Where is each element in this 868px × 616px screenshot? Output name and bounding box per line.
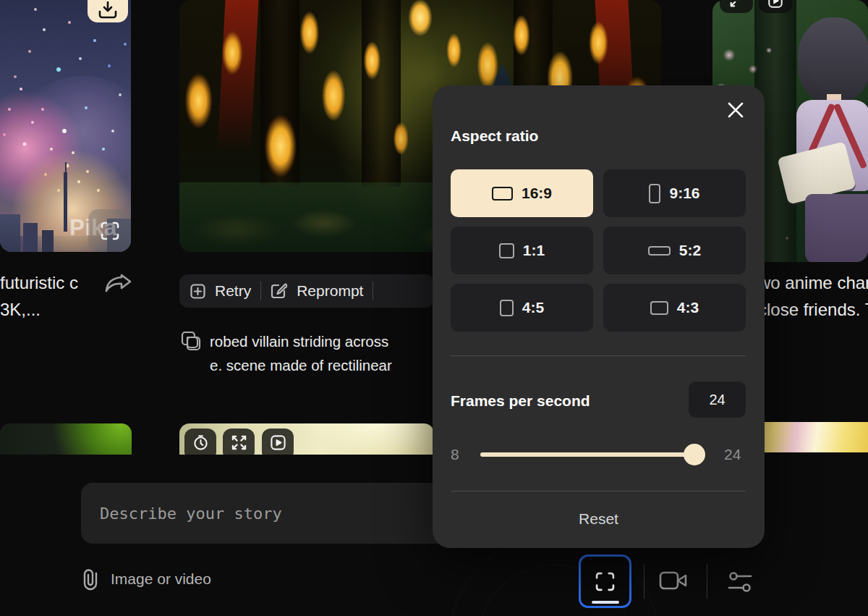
- caption-left-line2: 3K,...: [0, 296, 78, 323]
- caption-right: wo anime char close friends. T: [758, 269, 868, 323]
- aspect-option-label: 4:3: [677, 299, 699, 316]
- aspect-ratio-title: Aspect ratio: [451, 127, 538, 145]
- fps-label: Frames per second: [451, 392, 590, 410]
- fps-value-box[interactable]: 24: [689, 381, 746, 418]
- play-video-button[interactable]: [262, 429, 294, 455]
- share-icon: [104, 271, 133, 297]
- download-icon: [98, 1, 117, 19]
- aspect-option-label: 4:5: [522, 299, 544, 316]
- expand-button[interactable]: [223, 429, 255, 455]
- retry-icon: [190, 284, 205, 299]
- aspect-option-label: 5:2: [679, 242, 701, 259]
- play-square-icon: [270, 434, 286, 451]
- aspect-option-label: 16:9: [522, 185, 552, 202]
- sliders-icon: [726, 568, 754, 596]
- close-icon: [726, 100, 746, 120]
- caption-right-line2: close friends. T: [758, 296, 868, 323]
- expand-arrows-icon: [231, 434, 247, 451]
- slider-max-label: 24: [724, 446, 741, 463]
- video-thumbnail-pastel[interactable]: [752, 422, 868, 452]
- divider: [373, 282, 373, 300]
- divider: [451, 491, 746, 491]
- video-thumbnail-fireworks[interactable]: Pika: [0, 0, 131, 252]
- ratio-9-16-icon: [649, 184, 660, 203]
- active-indicator: [592, 601, 619, 604]
- video-camera-icon: [659, 570, 688, 591]
- fps-slider-thumb[interactable]: [684, 444, 705, 465]
- frame-brackets-icon: [101, 221, 119, 240]
- frame-brackets-button[interactable]: [88, 209, 131, 252]
- frame-brackets-icon: [595, 572, 615, 591]
- expand-diagonal-button[interactable]: [720, 0, 753, 13]
- ratio-5-2-icon: [648, 246, 671, 256]
- character-hair: [798, 17, 868, 103]
- caption-left: futuristic c 3K,...: [0, 269, 78, 323]
- expand-diagonal-icon: [728, 0, 744, 9]
- caption-right-line1: wo anime char: [758, 269, 868, 296]
- aspect-option-1-1[interactable]: 1:1: [451, 227, 593, 274]
- divider: [260, 282, 261, 300]
- aspect-option-9-16[interactable]: 9:16: [603, 169, 746, 217]
- fps-value: 24: [709, 392, 725, 408]
- timer-icon: [192, 434, 209, 451]
- aspect-option-label: 1:1: [523, 242, 545, 259]
- aspect-option-16-9[interactable]: 16:9: [451, 169, 593, 217]
- parameters-button[interactable]: [726, 568, 754, 596]
- aspect-option-4-5[interactable]: 4:5: [451, 284, 593, 332]
- video-actions-bar: Retry Reprompt: [179, 274, 434, 308]
- aspect-option-4-3[interactable]: 4:3: [603, 284, 746, 332]
- caption-left-line1: futuristic c: [0, 269, 78, 296]
- divider: [707, 564, 707, 599]
- ratio-4-3-icon: [650, 301, 668, 315]
- divider: [451, 355, 746, 356]
- aspect-option-5-2[interactable]: 5:2: [603, 227, 746, 274]
- reprompt-icon: [271, 283, 287, 299]
- ratio-16-9-icon: [492, 187, 513, 201]
- app-background: Pika futuristic c 3K,...: [0, 0, 868, 616]
- paperclip-icon: [81, 568, 100, 591]
- reset-button[interactable]: Reset: [433, 510, 765, 528]
- video-thumbnail-leaf[interactable]: [0, 423, 132, 455]
- ratio-1-1-icon: [499, 243, 514, 258]
- history-button[interactable]: [184, 429, 216, 455]
- attach-media-label: Image or video: [111, 570, 211, 588]
- divider: [644, 564, 644, 599]
- attach-media-button[interactable]: Image or video: [81, 568, 211, 591]
- slider-min-label: 8: [451, 446, 459, 463]
- share-button[interactable]: [104, 271, 133, 297]
- video-settings-modal: Aspect ratio 16:9 9:16 1:1 5:2 4:5: [433, 85, 765, 548]
- play-square-icon: [767, 0, 783, 9]
- reprompt-button[interactable]: Reprompt: [297, 282, 363, 300]
- fps-slider-track[interactable]: [480, 452, 695, 457]
- close-button[interactable]: [726, 100, 746, 120]
- copy-prompt-button[interactable]: [181, 331, 201, 351]
- video-thumbnail-pale[interactable]: [179, 423, 434, 455]
- camera-button[interactable]: [659, 570, 688, 591]
- download-button[interactable]: [88, 0, 128, 22]
- fireworks-sparkles: [0, 0, 1, 1]
- copy-icon: [181, 331, 201, 351]
- aspect-ratio-grid: 16:9 9:16 1:1 5:2 4:5 4:3: [451, 169, 746, 332]
- frame-settings-button[interactable]: [579, 554, 631, 608]
- ratio-4-5-icon: [500, 300, 514, 316]
- play-video-button[interactable]: [759, 0, 792, 13]
- aspect-option-label: 9:16: [669, 185, 699, 202]
- retry-button[interactable]: Retry: [215, 282, 251, 300]
